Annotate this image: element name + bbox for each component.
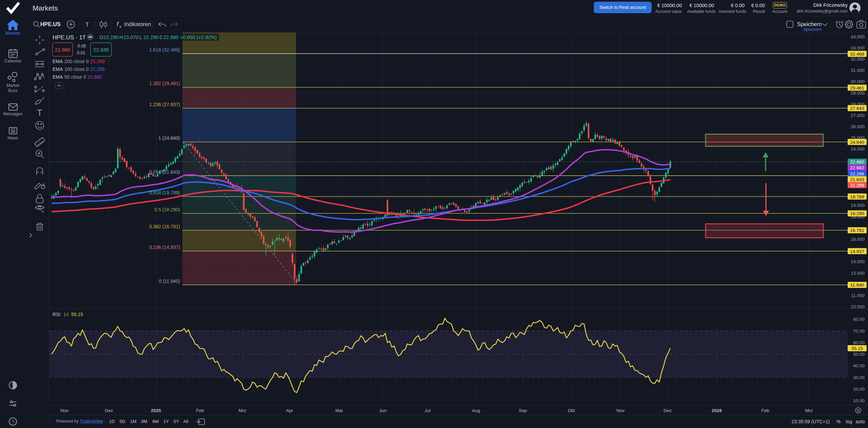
svg-text:+0.650 (+2.92%): +0.650 (+2.92%) [180,35,217,40]
svg-text:0.382 (16.791): 0.382 (16.791) [149,224,180,229]
svg-text:22.682: 22.682 [87,74,102,80]
svg-text:0.5 (18.290): 0.5 (18.290) [155,207,180,212]
svg-text:0 (11.940): 0 (11.940) [159,278,180,284]
svg-text:Feb: Feb [196,408,204,413]
svg-text:14: 14 [63,312,69,317]
svg-text:22.298: 22.298 [850,171,864,176]
svg-text:Dez: Dez [664,408,672,413]
svg-text:27.000: 27.000 [851,113,865,118]
svg-text:33.000: 33.000 [851,45,865,51]
svg-text:30.000: 30.000 [851,79,865,84]
svg-text:x: x [119,24,121,28]
svg-text:22.880: 22.880 [850,159,864,164]
svg-text:2026: 2026 [712,408,722,413]
svg-text:11.000: 11.000 [851,293,865,298]
svg-text:O: O [99,35,103,40]
svg-text:EMA: EMA [53,59,63,64]
svg-text:0.236 (14.937): 0.236 (14.937) [149,245,180,250]
svg-text:Nov: Nov [60,408,68,413]
svg-text:0.05: 0.05 [78,44,86,48]
svg-text:100 close 0: 100 close 0 [64,66,89,72]
svg-text:Speichern: Speichern [803,27,822,32]
svg-text:Indikatoren: Indikatoren [124,21,151,27]
svg-text:14.000: 14.000 [851,259,865,264]
svg-text:34.000: 34.000 [851,34,865,39]
svg-text:29.000: 29.000 [851,91,865,96]
svg-text:RSI: RSI [53,312,60,317]
svg-text:70.00: 70.00 [853,329,865,334]
svg-text:19.000: 19.000 [851,203,865,208]
svg-text:L: L [139,35,142,40]
svg-text:22.880: 22.880 [55,47,71,53]
svg-text:Mrz: Mrz [239,408,246,413]
svg-text:22.290: 22.290 [103,35,118,40]
svg-text:T: T [37,108,42,118]
svg-text:13.000: 13.000 [851,271,865,276]
svg-text:1 (24.640): 1 (24.640) [158,135,180,141]
svg-text:22.930: 22.930 [93,47,109,53]
svg-text:HPE.US · 1T: HPE.US · 1T [53,34,86,41]
svg-text:22.298: 22.298 [90,66,105,72]
svg-text:Jul: Jul [425,408,430,413]
svg-text:24.640: 24.640 [850,140,864,145]
svg-text:21.299: 21.299 [850,183,864,188]
svg-text:Okt: Okt [568,408,575,413]
svg-text:1.236 (27.637): 1.236 (27.637) [149,102,180,107]
svg-text:EMA: EMA [53,66,63,72]
svg-text:24.000: 24.000 [851,147,865,152]
svg-text:22.682: 22.682 [850,165,864,170]
svg-text:Feb: Feb [761,408,769,413]
svg-text:1.618 (32.489): 1.618 (32.489) [149,47,180,53]
svg-text:18.290: 18.290 [850,211,864,216]
svg-text:C: C [159,35,163,40]
svg-text:f: f [117,20,119,27]
svg-text:29.461: 29.461 [850,85,864,91]
svg-text:HPE.US: HPE.US [40,21,61,27]
svg-text:Nov: Nov [616,408,625,413]
svg-text:22.880: 22.880 [163,35,178,40]
svg-text:200 close 0: 200 close 0 [64,59,89,64]
svg-text:10.00: 10.00 [853,398,865,403]
svg-text:23.070: 23.070 [123,35,138,40]
svg-text:News: News [7,136,18,140]
svg-text:55.15: 55.15 [851,346,863,351]
svg-text:?: ? [12,419,14,424]
svg-text:EMA: EMA [53,74,63,80]
svg-text:0.618 (19.789): 0.618 (19.789) [149,190,180,195]
svg-text:Markets: Markets [5,31,20,36]
svg-text:H: H [119,35,123,40]
svg-text:26.000: 26.000 [851,124,865,129]
svg-text:Messages: Messages [3,112,23,116]
svg-text:0.764 (21.643): 0.764 (21.643) [149,169,180,175]
svg-text:80.00: 80.00 [853,317,865,322]
svg-text:Market: Market [6,83,20,88]
svg-text:50 close 0: 50 close 0 [64,74,86,80]
svg-text:31.000: 31.000 [851,68,865,73]
svg-text:14.937: 14.937 [850,249,864,254]
svg-text:32.000: 32.000 [851,57,865,62]
svg-text:16.000: 16.000 [851,237,865,242]
svg-text:Apr: Apr [286,408,293,413]
svg-text:40.00: 40.00 [853,363,865,368]
svg-text:Aug: Aug [472,408,480,413]
svg-text:19.789: 19.789 [850,194,864,199]
svg-text:30.00: 30.00 [853,375,865,380]
svg-text:21.299: 21.299 [90,59,105,64]
svg-text:Mai: Mai [335,408,343,413]
svg-text:Calendar: Calendar [4,59,22,63]
svg-text:Jun: Jun [379,408,387,413]
svg-text:20.00: 20.00 [853,387,865,392]
svg-text:16.791: 16.791 [850,228,864,233]
svg-text:21.643: 21.643 [850,177,864,182]
svg-text:Dez: Dez [105,408,113,413]
svg-text:1.382 (29.491): 1.382 (29.491) [149,81,180,86]
svg-text:Mrz: Mrz [805,408,813,413]
svg-text:32.468: 32.468 [850,52,864,57]
svg-text:Buzz: Buzz [8,88,18,93]
svg-text:22.290: 22.290 [143,35,158,40]
svg-text:50.00: 50.00 [853,352,865,357]
svg-text:27.643: 27.643 [850,106,864,111]
svg-text:T: T [85,21,89,28]
svg-text:55.15: 55.15 [71,312,83,317]
svg-text:Sep: Sep [519,408,527,413]
